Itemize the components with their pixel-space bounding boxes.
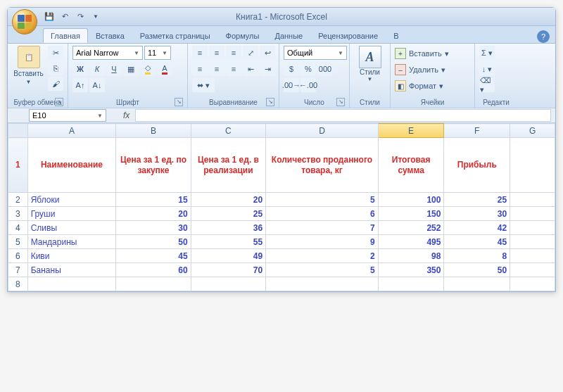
cell-G2[interactable] xyxy=(510,193,555,207)
autosum-button[interactable]: Σ ▾ xyxy=(479,46,495,60)
font-color-button[interactable]: A xyxy=(157,62,172,76)
increase-font-button[interactable]: A↑ xyxy=(72,78,88,92)
undo-button[interactable]: ↶ xyxy=(58,11,71,23)
save-button[interactable]: 💾 xyxy=(43,11,56,23)
cell-C2[interactable]: 20 xyxy=(191,193,265,207)
merge-center-button[interactable]: ⬌ ▾ xyxy=(192,78,215,92)
cell-A1[interactable]: Наименование xyxy=(27,138,116,193)
col-header-g[interactable]: G xyxy=(510,124,555,138)
clear-button[interactable]: ⌫ ▾ xyxy=(479,78,495,92)
insert-cells-button[interactable]: +Вставить ▾ xyxy=(395,46,449,61)
align-center-button[interactable]: ≡ xyxy=(209,62,224,76)
cell-F1[interactable]: Прибыль xyxy=(444,138,510,193)
tab-view[interactable]: В xyxy=(386,28,406,43)
col-header-c[interactable]: C xyxy=(191,124,265,138)
fill-button[interactable]: ↓ ▾ xyxy=(479,62,495,76)
cell[interactable] xyxy=(266,277,379,291)
copy-button[interactable]: ⎘ xyxy=(48,61,63,75)
font-size-combo[interactable]: 11▼ xyxy=(144,46,171,60)
cell-C3[interactable]: 25 xyxy=(191,207,265,221)
cell-D4[interactable]: 7 xyxy=(266,221,379,235)
row-header-8[interactable]: 8 xyxy=(8,277,28,291)
align-top-button[interactable]: ≡ xyxy=(192,46,208,60)
align-middle-button[interactable]: ≡ xyxy=(209,46,224,60)
tab-page-layout[interactable]: Разметка страницы xyxy=(132,28,218,43)
font-name-combo[interactable]: Arial Narrow▼ xyxy=(72,46,143,60)
decrease-font-button[interactable]: A↓ xyxy=(89,78,105,92)
cell-G3[interactable] xyxy=(510,207,555,221)
cell-D6[interactable]: 2 xyxy=(266,249,379,263)
tab-data[interactable]: Данные xyxy=(267,28,310,43)
cell-E2[interactable]: 100 xyxy=(378,193,444,207)
cell-B2[interactable]: 15 xyxy=(116,193,191,207)
select-all-corner[interactable] xyxy=(8,124,28,138)
name-box[interactable]: E10▼ xyxy=(29,109,106,122)
alignment-dialog-launcher[interactable]: ↘ xyxy=(266,98,274,106)
cell-B5[interactable]: 50 xyxy=(116,235,191,249)
cell-A3[interactable]: Груши xyxy=(27,207,116,221)
help-button[interactable]: ? xyxy=(537,30,550,43)
fill-color-button[interactable]: ◇ xyxy=(140,62,156,76)
cell-A7[interactable]: Бананы xyxy=(27,263,116,277)
redo-button[interactable]: ↷ xyxy=(74,11,87,23)
percent-button[interactable]: % xyxy=(301,62,316,76)
cell[interactable] xyxy=(191,277,265,291)
row-header-3[interactable]: 3 xyxy=(8,207,28,221)
bold-button[interactable]: Ж xyxy=(72,62,88,76)
number-dialog-launcher[interactable]: ↘ xyxy=(336,98,345,106)
cell-B1[interactable]: Цена за 1 ед. по закупке xyxy=(116,138,191,193)
row-header-5[interactable]: 5 xyxy=(8,235,28,249)
border-button[interactable]: ▦ xyxy=(123,62,139,76)
row-header-4[interactable]: 4 xyxy=(8,221,28,235)
cell-A5[interactable]: Мандарины xyxy=(27,235,116,249)
cell-C4[interactable]: 36 xyxy=(191,221,265,235)
underline-button[interactable]: Ч xyxy=(106,62,122,76)
fx-icon[interactable]: fx xyxy=(123,110,129,120)
cell-F4[interactable]: 42 xyxy=(444,221,510,235)
spreadsheet-grid[interactable]: A B C D E F G 1НаименованиеЦена за 1 ед.… xyxy=(8,123,555,291)
cell-B3[interactable]: 20 xyxy=(116,207,191,221)
currency-button[interactable]: $ xyxy=(284,62,299,76)
italic-button[interactable]: К xyxy=(89,62,105,76)
cell-B4[interactable]: 30 xyxy=(116,221,191,235)
cell-D7[interactable]: 5 xyxy=(266,263,379,277)
cell-E7[interactable]: 350 xyxy=(378,263,444,277)
cell-G6[interactable] xyxy=(510,249,555,263)
cell-A6[interactable]: Киви xyxy=(27,249,116,263)
tab-review[interactable]: Рецензирование xyxy=(310,28,386,43)
cell-styles-button[interactable]: A Стили ▼ xyxy=(355,46,386,82)
align-bottom-button[interactable]: ≡ xyxy=(226,46,241,60)
cell-F3[interactable]: 30 xyxy=(444,207,510,221)
cell-G5[interactable] xyxy=(510,235,555,249)
delete-cells-button[interactable]: –Удалить ▾ xyxy=(395,62,445,77)
number-format-combo[interactable]: Общий▼ xyxy=(284,46,347,60)
font-dialog-launcher[interactable]: ↘ xyxy=(175,98,183,106)
cell-F5[interactable]: 45 xyxy=(444,235,510,249)
cell-B7[interactable]: 60 xyxy=(116,263,191,277)
cell-D5[interactable]: 9 xyxy=(266,235,379,249)
col-header-d[interactable]: D xyxy=(266,124,379,138)
decrease-indent-button[interactable]: ⇤ xyxy=(243,62,258,76)
paste-button[interactable]: 📋 Вставить ▼ xyxy=(12,46,45,85)
row-header-7[interactable]: 7 xyxy=(8,263,28,277)
align-right-button[interactable]: ≡ xyxy=(226,62,241,76)
cell-E3[interactable]: 150 xyxy=(378,207,444,221)
cell-C1[interactable]: Цена за 1 ед. в реализации xyxy=(191,138,265,193)
wrap-text-button[interactable]: ↩ xyxy=(260,46,275,60)
cell-A4[interactable]: Сливы xyxy=(27,221,116,235)
qat-dropdown[interactable]: ▼ xyxy=(89,11,102,23)
office-button[interactable] xyxy=(12,9,37,34)
cell[interactable] xyxy=(510,277,555,291)
cell-C7[interactable]: 70 xyxy=(191,263,265,277)
col-header-a[interactable]: A xyxy=(27,124,116,138)
cell-D1[interactable]: Количество проданного товара, кг xyxy=(266,138,379,193)
cell-A2[interactable]: Яблоки xyxy=(27,193,116,207)
clipboard-dialog-launcher[interactable]: ↘ xyxy=(55,98,63,106)
cell-G7[interactable] xyxy=(510,263,555,277)
col-header-b[interactable]: B xyxy=(116,124,191,138)
col-header-f[interactable]: F xyxy=(444,124,510,138)
cell[interactable] xyxy=(27,277,116,291)
cell-D3[interactable]: 6 xyxy=(266,207,379,221)
cell-F6[interactable]: 8 xyxy=(444,249,510,263)
align-left-button[interactable]: ≡ xyxy=(192,62,208,76)
